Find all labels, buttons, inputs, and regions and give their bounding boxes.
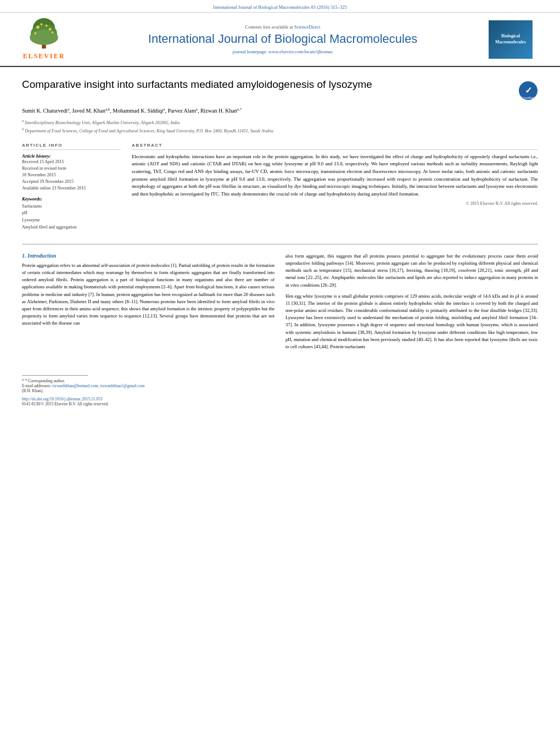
svg-point-9 (52, 31, 54, 34)
history-label: Article history: (22, 153, 121, 159)
journal-citation: International Journal of Biological Macr… (213, 4, 346, 10)
svg-point-6 (41, 23, 43, 25)
intro-left-col: 1. Introduction Protein aggregation refe… (22, 253, 275, 354)
journal-badge: BiologicalMacromolecules (489, 20, 533, 59)
introduction-section: 1. Introduction Protein aggregation refe… (22, 253, 538, 354)
abstract-label: ABSTRACT (132, 143, 538, 150)
intro-para-3: Hen egg white lysozyme is a small globul… (285, 293, 538, 350)
doi-link[interactable]: http://dx.doi.org/10.1016/j.ijbiomac.201… (22, 397, 102, 401)
received-revised: Received in revised form18 November 2015 (22, 165, 121, 178)
elsevier-tree-icon (22, 18, 66, 51)
svg-point-4 (36, 26, 40, 29)
keyword-surfactants: Surfactants (22, 203, 121, 210)
journal-badge-area: BiologicalMacromolecules (489, 20, 544, 59)
footnote-doi: http://dx.doi.org/10.1016/j.ijbiomac.201… (22, 397, 538, 401)
abstract-text: Electrostatic and hydrophobic interactio… (132, 153, 538, 198)
article-history: Article history: Received 15 April 2015 … (22, 153, 121, 192)
journal-title-area: Contents lists available at ScienceDirec… (77, 24, 489, 54)
page-footer: * * Corresponding author. E-mail address… (0, 365, 560, 412)
journal-header: ELSEVIER Contents lists available at Sci… (0, 13, 560, 67)
intro-right-col: also form aggregate, this suggests that … (285, 253, 538, 354)
intro-para-2: also form aggregate, this suggests that … (285, 253, 538, 289)
footnote-issn: 0141-8130/© 2015 Elsevier B.V. All right… (22, 401, 538, 406)
journal-title: International Journal of Biological Macr… (77, 32, 489, 46)
svg-point-5 (49, 28, 52, 31)
authors-line: Sumit K. Chaturvedia, Javed M. Khana,b, … (22, 107, 538, 114)
article-info-column: ARTICLE INFO Article history: Received 1… (22, 143, 121, 236)
contents-available-line: Contents lists available at ScienceDirec… (77, 24, 489, 30)
article-info-label: ARTICLE INFO (22, 143, 121, 150)
footnote-divider (22, 375, 88, 376)
elsevier-wordmark: ELSEVIER (23, 52, 65, 60)
copyright-line: © 2015 Elsevier B.V. All rights reserved… (132, 201, 538, 206)
keywords-label: Keywords: (22, 196, 121, 202)
email-link[interactable]: rizwanhkhan@hotmail.com, rizwanhkhan1@gm… (52, 383, 144, 388)
footnote-corresponding: * * Corresponding author. (22, 378, 538, 383)
section-divider (22, 244, 538, 244)
svg-text:CrossMark: CrossMark (522, 96, 535, 99)
intro-heading: 1. Introduction (22, 253, 275, 259)
affiliations: a Interdisciplinary Biotechnology Unit, … (22, 118, 538, 134)
article-info-abstract-section: ARTICLE INFO Article history: Received 1… (22, 143, 538, 236)
available-date: Available online 23 November 2015 (22, 185, 121, 192)
crossmark-logo-icon: ✓ CrossMark (518, 81, 538, 101)
elsevier-logo: ELSEVIER (11, 18, 77, 60)
svg-point-8 (34, 32, 36, 35)
article-title: Comparative insight into surfactants med… (22, 78, 518, 92)
abstract-column: ABSTRACT Electrostatic and hydrophobic i… (132, 143, 538, 236)
svg-text:✓: ✓ (525, 86, 532, 95)
article-body: Comparative insight into surfactants med… (0, 67, 560, 365)
svg-point-7 (46, 25, 48, 27)
homepage-url[interactable]: www.elsevier.com/locate/ijbiomac (268, 49, 333, 54)
keywords-section: Keywords: Surfactants pH Lysozyme Amyloi… (22, 196, 121, 231)
sciencedirect-link[interactable]: ScienceDirect (294, 24, 321, 30)
intro-para-1: Protein aggregation refers to an abnorma… (22, 262, 275, 327)
footnote-email: E-mail addresses: rizwanhkhan@hotmail.co… (22, 383, 538, 388)
footnote-name: (R.H. Khan). (22, 388, 538, 393)
article-title-section: Comparative insight into surfactants med… (22, 78, 538, 101)
keyword-lysozyme: Lysozyme (22, 217, 121, 224)
journal-citation-bar: International Journal of Biological Macr… (0, 0, 560, 13)
svg-point-3 (30, 30, 58, 45)
journal-homepage-line: journal homepage: www.elsevier.com/locat… (77, 49, 489, 54)
received-date: Received 15 April 2015 (22, 159, 121, 165)
keyword-ph: pH (22, 210, 121, 217)
keyword-amyloid: Amyloid fibril and aggregation (22, 224, 121, 231)
page: International Journal of Biological Macr… (0, 0, 560, 742)
affiliation-a: a Interdisciplinary Biotechnology Unit, … (22, 118, 538, 126)
affiliation-b: b Department of Food Sciences, College o… (22, 126, 538, 135)
elsevier-logo-area: ELSEVIER (11, 18, 77, 60)
accepted-date: Accepted 19 November 2015 (22, 178, 121, 185)
